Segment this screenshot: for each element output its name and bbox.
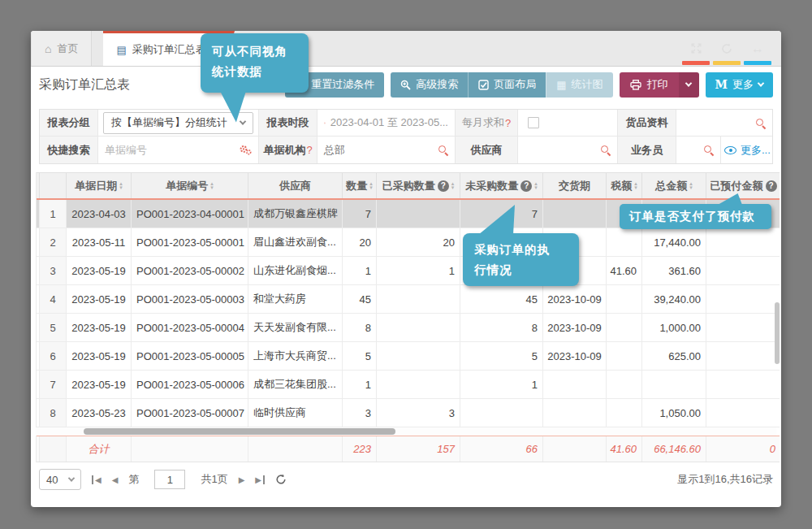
cell-qty: 3: [343, 399, 377, 427]
cell-supplier: 山东进化副食烟...: [248, 257, 343, 284]
first-page-button[interactable]: ◀: [92, 475, 102, 484]
search-plus-icon: [400, 80, 411, 90]
advanced-search-button[interactable]: 高级搜索: [391, 72, 468, 98]
more-filters-link[interactable]: 更多...: [724, 143, 771, 158]
fullscreen-button[interactable]: [680, 31, 711, 66]
printer-icon: [630, 80, 641, 90]
quick-search-input[interactable]: [105, 144, 234, 156]
header-tax[interactable]: 税额 ▴▾: [607, 173, 642, 198]
summary-label: 合计: [67, 436, 132, 462]
page-number-input[interactable]: [154, 470, 185, 489]
table-row[interactable]: 72023-05-19PO001-2023-05-00006成都三花集团股...…: [37, 371, 780, 399]
cell-tax: 41.60: [607, 257, 642, 284]
title-bar: 采购订单汇总表 重置过滤条件: [31, 67, 781, 102]
header-delivery[interactable]: 交货期: [543, 173, 607, 198]
chart-button[interactable]: ▦ 统计图: [546, 72, 612, 98]
header-qty[interactable]: 数量 ▴▾: [343, 173, 377, 198]
cell-supplier: 临时供应商: [248, 399, 343, 427]
header-unpurchased[interactable]: 未采购数量 ? ▴▾: [460, 173, 543, 198]
monthly-sum-checkbox[interactable]: [528, 117, 539, 128]
cell-date: 2023-05-23: [67, 399, 132, 427]
cell-prepaid: [706, 399, 780, 427]
cell-delivery: [543, 399, 607, 427]
table-body: 12023-04-03PO001-2023-04-00001成都万银鑫座棋牌77…: [37, 200, 780, 427]
print-dropdown-button[interactable]: [679, 72, 699, 98]
cell-code: PO001-2023-05-00001: [132, 228, 248, 256]
help-icon[interactable]: ?: [520, 180, 532, 192]
table-row[interactable]: 52023-05-19PO001-2023-05-00004天天发副食有限...…: [37, 314, 780, 342]
table-row[interactable]: 62023-05-19PO001-2023-05-00005上海市大兵商贸...…: [37, 342, 780, 371]
cell-rownum: 5: [40, 314, 67, 341]
next-page-button[interactable]: ▶: [239, 475, 245, 484]
cell-code: PO001-2023-05-00006: [132, 371, 248, 398]
hint-question-mark[interactable]: ?: [306, 144, 312, 156]
summary-tax: 41.60: [607, 436, 642, 462]
header-rownum: [40, 173, 67, 198]
sort-icon: ▴▾: [369, 182, 373, 189]
resize-button[interactable]: ↔: [742, 31, 773, 66]
sort-icon: ▴▾: [689, 182, 693, 189]
org-label: 单据机构?: [259, 137, 317, 163]
cell-purchased: [377, 371, 460, 398]
callout-statistics-angle: 可从不同视角 统计数据: [201, 33, 309, 93]
red-indicator-bar: [682, 61, 710, 65]
header-code[interactable]: 单据编号 ▴▾: [132, 173, 248, 198]
header-purchased[interactable]: 已采购数量 ? ▴▾: [377, 173, 460, 198]
header-prepaid[interactable]: 已预付金额 ?: [706, 173, 780, 198]
report-period-label: 报表时段: [259, 110, 317, 136]
cell-code: PO001-2023-05-00002: [132, 257, 248, 284]
tab-home[interactable]: ⌂ 首页: [31, 31, 92, 66]
magnifier-icon[interactable]: [438, 145, 448, 155]
report-group-select[interactable]: 按【单据编号】分组统计: [103, 112, 253, 134]
header-supplier[interactable]: 供应商: [248, 173, 343, 198]
salesman-field[interactable]: [676, 137, 721, 163]
sort-icon: ▴▾: [634, 182, 637, 189]
cell-code: PO001-2023-05-00003: [132, 285, 248, 313]
more-button[interactable]: M 更多: [706, 72, 774, 98]
cell-supplier: 和堂大药房: [248, 285, 343, 313]
m-icon: M: [715, 78, 728, 91]
cell-prepaid: [706, 371, 780, 398]
eye-icon: [724, 146, 736, 154]
refresh-tab-button[interactable]: [711, 31, 742, 66]
help-icon[interactable]: ?: [766, 180, 777, 192]
table-row[interactable]: 42023-05-19PO001-2023-05-00003和堂大药房45452…: [37, 285, 780, 314]
hint-question-mark[interactable]: ?: [505, 117, 511, 129]
report-period-field[interactable]: 2023-04-01 至 2023-05...: [317, 110, 456, 136]
reload-button[interactable]: [275, 474, 287, 485]
cell-prepaid: [706, 342, 780, 370]
cell-date: 2023-05-11: [67, 228, 132, 256]
cell-rownum: 3: [40, 257, 67, 284]
help-icon[interactable]: ?: [438, 180, 449, 192]
prev-page-button[interactable]: ◀: [112, 475, 119, 484]
supplier-field[interactable]: [518, 137, 618, 163]
gears-icon[interactable]: [239, 145, 252, 155]
summary-row: 合计 223 157 66 41.60 66,146.60 0: [37, 436, 780, 462]
table-row[interactable]: 32023-05-19PO001-2023-05-00002山东进化副食烟...…: [37, 257, 780, 285]
cell-supplier: 天天发副食有限...: [248, 314, 343, 341]
org-field[interactable]: 总部: [317, 137, 456, 163]
goods-label: 货品资料: [618, 110, 676, 136]
print-button[interactable]: 打印: [620, 72, 679, 98]
cell-rownum: 8: [40, 399, 67, 427]
summary-prepaid: 0: [706, 436, 780, 462]
summary-unpurchased: 66: [460, 436, 543, 462]
page-layout-button[interactable]: 页面布局: [468, 72, 546, 98]
goods-field[interactable]: [676, 110, 772, 136]
horizontal-scrollbar-thumb[interactable]: [84, 428, 395, 435]
quick-search-label: 快捷搜索: [40, 137, 98, 163]
summary-purchased: 157: [377, 436, 460, 462]
magnifier-icon[interactable]: [755, 118, 766, 128]
magnifier-icon[interactable]: [600, 145, 611, 155]
callout-prepaid-hint: 订单是否支付了预付款: [620, 204, 771, 229]
header-date[interactable]: 单据日期 ▴▾: [67, 173, 132, 198]
header-total[interactable]: 总金额 ▴▾: [642, 173, 706, 198]
table-row[interactable]: 82023-05-23PO001-2023-05-00007临时供应商331,0…: [37, 399, 780, 427]
page-size-select[interactable]: 40: [39, 469, 81, 490]
last-page-button[interactable]: ▶: [255, 475, 265, 484]
refresh-icon: [720, 42, 733, 55]
vertical-scrollbar-thumb[interactable]: [775, 302, 780, 364]
magnifier-icon[interactable]: [703, 145, 714, 155]
expand-icon: [690, 42, 702, 54]
table-row[interactable]: 22023-05-11PO001-2023-05-00001眉山鑫进欢副食...…: [37, 228, 780, 257]
